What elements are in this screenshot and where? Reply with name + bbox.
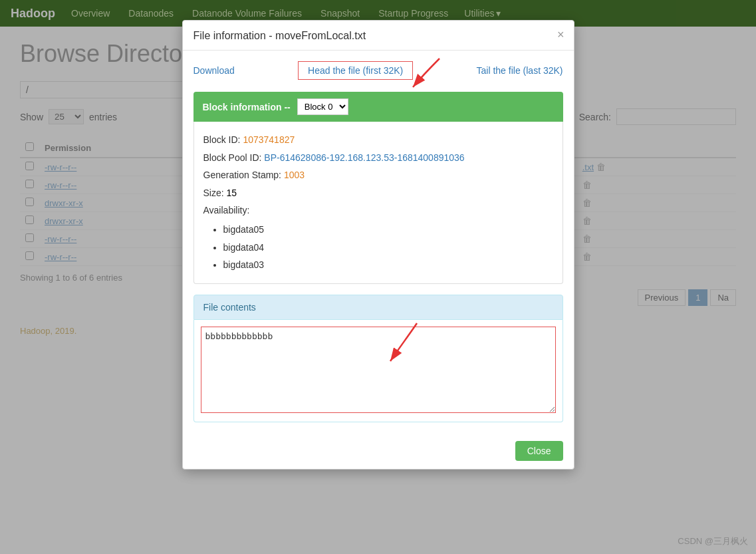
availability-list: bigdata05bigdata04bigdata03 — [203, 221, 553, 274]
block-pool-value: BP-614628086-192.168.123.53-168140089103… — [264, 152, 464, 163]
file-contents-label: File contents — [203, 302, 256, 313]
head-file-link[interactable]: Head the file (first 32K) — [298, 61, 413, 80]
block-id-row: Block ID: 1073741827 — [203, 131, 553, 149]
download-link[interactable]: Download — [193, 65, 235, 76]
block-info-header: Block information -- Block 0 — [193, 92, 563, 122]
modal-footer: Close — [183, 433, 574, 469]
availability-row: Availability: bigdata05bigdata04bigdata0… — [203, 202, 553, 273]
size-value: 15 — [227, 188, 237, 198]
modal-body: Download Head the file (first 32K) Tail … — [183, 51, 574, 422]
modal-header: File information - moveFromLocal.txt × — [183, 21, 574, 51]
size-row: Size: 15 — [203, 184, 553, 202]
block-id-value: 1073741827 — [243, 134, 295, 145]
availability-label: Availability: — [203, 205, 250, 215]
watermark: CSDN @三月枫火 — [678, 535, 748, 547]
availability-item: bigdata04 — [223, 239, 553, 257]
close-button[interactable]: Close — [515, 441, 563, 461]
block-pool-row: Block Pool ID: BP-614628086-192.168.123.… — [203, 149, 553, 167]
file-contents-section: File contents — [193, 295, 563, 422]
block-info-section: Block information -- Block 0 Block ID: 1… — [193, 92, 563, 284]
modal-links-row: Download Head the file (first 32K) Tail … — [193, 61, 563, 80]
block-pool-label: Block Pool ID: — [203, 152, 262, 163]
file-contents-body — [193, 320, 563, 422]
size-label: Size: — [203, 188, 224, 198]
generation-value: 1003 — [284, 170, 305, 180]
close-icon[interactable]: × — [557, 29, 565, 41]
availability-item: bigdata03 — [223, 256, 553, 274]
block-info-label: Block information -- — [203, 102, 291, 112]
modal-overlay: File information - moveFromLocal.txt × D… — [0, 0, 756, 554]
file-contents-textarea[interactable] — [201, 327, 556, 413]
file-contents-header: File contents — [193, 295, 563, 320]
tail-file-link[interactable]: Tail the file (last 32K) — [477, 65, 563, 76]
generation-row: Generation Stamp: 1003 — [203, 166, 553, 184]
generation-label: Generation Stamp: — [203, 170, 282, 180]
block-select[interactable]: Block 0 — [297, 98, 348, 115]
block-info-body: Block ID: 1073741827 Block Pool ID: BP-6… — [193, 122, 563, 284]
file-info-modal: File information - moveFromLocal.txt × D… — [182, 20, 574, 470]
modal-title: File information - moveFromLocal.txt — [193, 30, 366, 41]
block-id-label: Block ID: — [203, 134, 241, 145]
availability-item: bigdata05 — [223, 221, 553, 239]
